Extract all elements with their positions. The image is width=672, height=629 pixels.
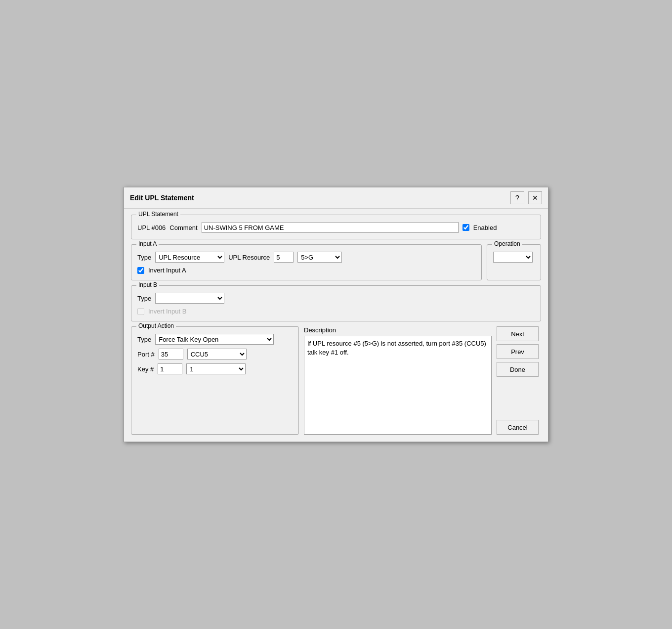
input-a-resource-value[interactable] xyxy=(274,252,294,263)
comment-label: Comment xyxy=(169,224,197,231)
input-b-group: Input B Type UPL Resource Constant Port … xyxy=(131,285,541,321)
upl-resource-label: UPL Resource xyxy=(228,254,270,261)
help-button[interactable]: ? xyxy=(510,191,524,204)
edit-upl-dialog: Edit UPL Statement ? ✕ UPL Statement UPL… xyxy=(124,187,548,442)
operation-group: Operation AND OR XOR xyxy=(487,244,541,280)
invert-b-label: Invert Input B xyxy=(148,308,186,315)
invert-b-checkbox[interactable] xyxy=(137,308,144,315)
title-bar-controls: ? ✕ xyxy=(510,191,542,204)
action-buttons: Next Prev Done Cancel xyxy=(497,326,541,435)
operation-group-label: Operation xyxy=(492,240,522,247)
cancel-button[interactable]: Cancel xyxy=(497,420,539,435)
input-a-type-select[interactable]: UPL Resource Constant Port Variable xyxy=(155,252,224,263)
invert-a-label: Invert Input A xyxy=(148,267,186,274)
input-b-type-label: Type xyxy=(137,295,151,302)
input-b-type-select[interactable]: UPL Resource Constant Port Variable xyxy=(155,293,224,304)
upl-statement-group-label: UPL Statement xyxy=(136,211,180,218)
output-type-row: Type Force Talk Key Open Force Talk Key … xyxy=(137,334,293,345)
input-a-invert-row: Invert Input A xyxy=(137,267,475,274)
output-action-group-label: Output Action xyxy=(136,322,176,329)
upl-statement-group: UPL Statement UPL #006 Comment Enabled xyxy=(131,215,541,239)
done-button[interactable]: Done xyxy=(497,362,539,377)
middle-section: Input A Type UPL Resource Constant Port … xyxy=(131,244,541,280)
output-key-row: Key # 1 2 3 4 xyxy=(137,363,293,374)
description-label: Description xyxy=(304,326,492,334)
output-port-label: Port # xyxy=(137,351,155,358)
input-a-type-label: Type xyxy=(137,254,151,261)
description-area: Description If UPL resource #5 (5>G) is … xyxy=(304,326,492,435)
enabled-label: Enabled xyxy=(473,224,497,231)
next-button[interactable]: Next xyxy=(497,326,539,341)
output-key-value[interactable] xyxy=(158,363,182,374)
input-b-invert-row: Invert Input B xyxy=(137,308,535,315)
prev-button[interactable]: Prev xyxy=(497,344,539,359)
upl-number-label: UPL #006 xyxy=(137,224,166,231)
invert-a-checkbox[interactable] xyxy=(137,267,144,274)
output-type-select[interactable]: Force Talk Key Open Force Talk Key Close… xyxy=(155,334,274,345)
input-a-type-row: Type UPL Resource Constant Port Variable… xyxy=(137,252,475,263)
operation-row: AND OR XOR xyxy=(493,252,535,263)
description-text: If UPL resource #5 (5>G) is not asserted… xyxy=(304,336,492,435)
output-port-row: Port # CCU5 CCU1 CCU2 CCU3 xyxy=(137,349,293,359)
input-a-group-label: Input A xyxy=(136,240,159,247)
output-port-select[interactable]: CCU5 CCU1 CCU2 CCU3 xyxy=(187,349,247,359)
title-bar: Edit UPL Statement ? ✕ xyxy=(124,187,548,209)
close-button[interactable]: ✕ xyxy=(528,191,542,204)
output-action-group: Output Action Type Force Talk Key Open F… xyxy=(131,326,299,435)
operation-select[interactable]: AND OR XOR xyxy=(493,252,533,263)
output-port-value[interactable] xyxy=(159,349,183,359)
upl-statement-row: UPL #006 Comment Enabled xyxy=(137,222,535,233)
output-key-label: Key # xyxy=(137,365,154,373)
input-a-group: Input A Type UPL Resource Constant Port … xyxy=(131,244,482,280)
input-a-resource-select[interactable]: 5>G 5>H 5>I xyxy=(297,252,342,263)
input-b-group-label: Input B xyxy=(136,281,159,288)
dialog-title: Edit UPL Statement xyxy=(130,194,194,202)
output-type-label: Type xyxy=(137,336,151,343)
enabled-checkbox[interactable] xyxy=(462,224,469,231)
output-key-select[interactable]: 1 2 3 4 xyxy=(186,363,246,374)
dialog-body: UPL Statement UPL #006 Comment Enabled I… xyxy=(124,209,548,442)
comment-input[interactable] xyxy=(202,222,459,233)
input-b-type-row: Type UPL Resource Constant Port Variable xyxy=(137,293,535,304)
bottom-section: Output Action Type Force Talk Key Open F… xyxy=(131,326,541,435)
